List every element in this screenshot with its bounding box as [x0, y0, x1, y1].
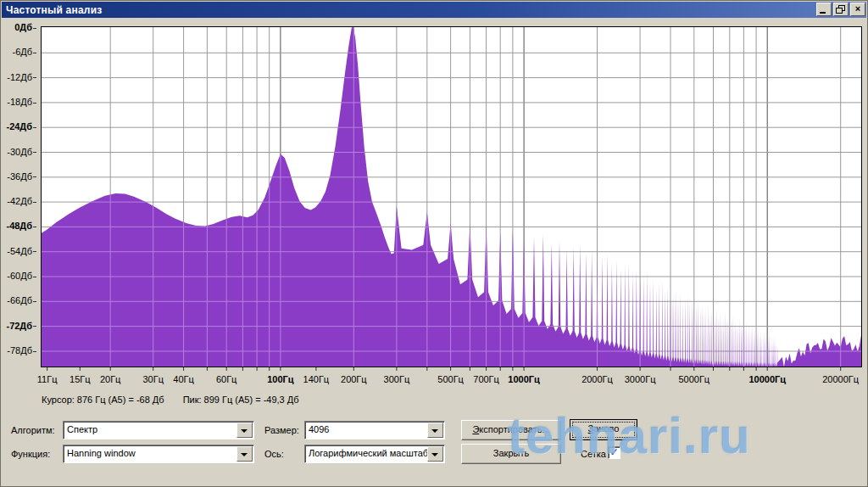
y-axis-label: -18Дб [1, 97, 36, 109]
close-button[interactable]: Закрыть [461, 444, 561, 464]
minimize-button[interactable] [816, 3, 832, 16]
function-dropdown-button[interactable] [236, 446, 253, 462]
export-button[interactable]: Экспортировать... [461, 420, 561, 440]
size-label: Размер: [264, 425, 299, 435]
size-value: 4096 [309, 424, 329, 434]
title-bar[interactable]: Частотный анализ [2, 2, 866, 18]
y-axis-label: -36Дб [1, 171, 36, 183]
y-axis-label: -66Дб [1, 295, 36, 307]
frequency-analysis-window: Частотный анализ × 0Дб-6Дб-12Дб-18Дб-24Д… [0, 0, 868, 487]
y-axis-label: 0Дб [1, 22, 36, 34]
grid-checkbox-label: Сетка [581, 449, 606, 459]
y-axis-label: -6Дб [1, 47, 36, 59]
y-axis-label: -54Дб [1, 246, 36, 258]
watermark: tehnari.ru [508, 406, 868, 465]
x-axis-label: 10000Гц [733, 374, 801, 384]
function-select[interactable]: Hanning window [63, 445, 254, 463]
function-value: Hanning window [67, 448, 136, 458]
window-title: Частотный анализ [2, 4, 102, 16]
close-icon: × [855, 3, 860, 14]
chevron-down-icon [431, 453, 438, 456]
algorithm-select[interactable]: Спектр [63, 421, 254, 439]
restore-button[interactable] [833, 3, 849, 16]
y-axis-label: -12Дб [1, 72, 36, 84]
y-axis-label: -78Дб [1, 345, 36, 357]
x-axis-label: 1000Гц [490, 374, 558, 384]
axis-select[interactable]: Логарифмический масштаб [304, 445, 445, 463]
y-axis-label: -24Дб [1, 121, 36, 133]
size-select[interactable]: 4096 [304, 421, 445, 439]
cursor-readout: Курсор: 876 Гц (A5) = -68 Дб [42, 395, 164, 405]
x-axis-label: 5000Гц [660, 374, 728, 384]
y-axis-label: -48Дб [1, 221, 36, 232]
close-window-button[interactable]: × [850, 3, 865, 16]
function-label: Функция: [11, 449, 50, 459]
check-icon: ✓ [609, 446, 618, 458]
status-readout: Курсор: 876 Гц (A5) = -68 ДбПик: 899 Гц … [42, 395, 318, 405]
x-axis-label: 20000Гц [807, 374, 868, 384]
chevron-down-icon [241, 453, 248, 456]
spectrum-svg[interactable] [41, 26, 862, 372]
algorithm-value: Спектр [67, 424, 97, 434]
chevron-down-icon [431, 429, 438, 433]
minimize-icon [820, 12, 826, 14]
axis-value: Логарифмический масштаб [309, 448, 428, 458]
algorithm-label: Алгоритм: [11, 425, 55, 435]
y-axis-label: -30Дб [1, 147, 36, 159]
spectrum-plot[interactable] [41, 26, 862, 372]
y-axis-label: -60Дб [1, 271, 36, 283]
y-axis-label: -72Дб [1, 321, 36, 333]
axis-dropdown-button[interactable] [427, 446, 443, 462]
peak-readout: Пик: 899 Гц (A5) = -49,3 Дб [183, 395, 299, 405]
axis-label: Ось: [264, 449, 284, 459]
chevron-down-icon [241, 429, 248, 433]
size-dropdown-button[interactable] [427, 423, 443, 438]
redo-button[interactable]: Заново [570, 419, 637, 440]
y-axis-label: -42Дб [1, 196, 36, 208]
algorithm-dropdown-button[interactable] [236, 423, 253, 438]
grid-checkbox[interactable]: ✓ [608, 446, 620, 459]
